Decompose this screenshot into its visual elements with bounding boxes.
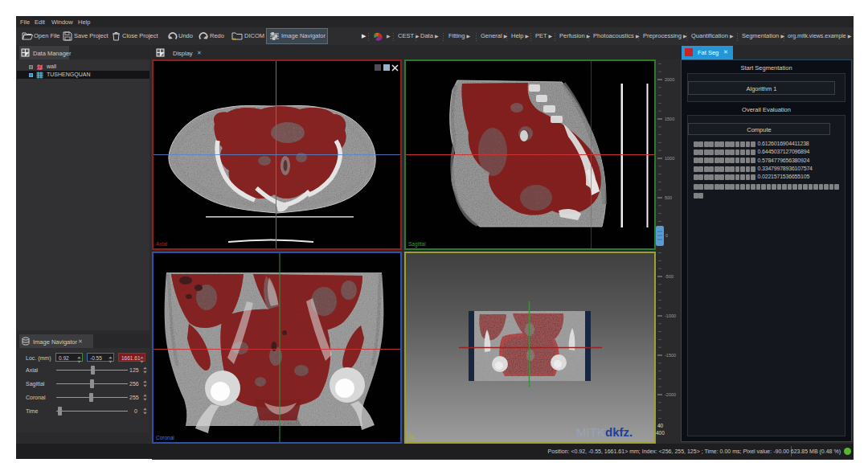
svg-text:MITK: MITK: [576, 425, 605, 439]
svg-text:-500: -500: [665, 274, 674, 279]
svg-text:1500: 1500: [665, 117, 674, 121]
svg-text:-1000: -1000: [665, 313, 676, 318]
svg-text:-1500: -1500: [665, 353, 676, 358]
svg-text:1000: 1000: [665, 156, 674, 161]
svg-text:2000: 2000: [665, 77, 674, 82]
svg-text:500: 500: [665, 195, 672, 200]
svg-text:dkfz.: dkfz.: [605, 425, 633, 439]
svg-text:-2000: -2000: [665, 392, 676, 397]
